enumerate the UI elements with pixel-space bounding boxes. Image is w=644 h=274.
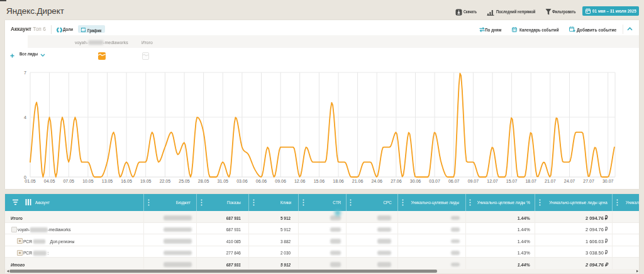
svg-text:30.07: 30.07 — [602, 179, 614, 183]
svg-text:18.06: 18.06 — [333, 179, 344, 183]
svg-text:21.07: 21.07 — [545, 179, 556, 183]
svg-text:06.06: 06.06 — [256, 179, 267, 183]
svg-text:18.07: 18.07 — [525, 179, 536, 183]
svg-text:4: 4 — [24, 115, 26, 120]
svg-text:07.05: 07.05 — [63, 179, 74, 183]
svg-text:09.07: 09.07 — [468, 179, 479, 183]
svg-text:27.07: 27.07 — [583, 179, 594, 183]
svg-text:30.06: 30.06 — [410, 179, 421, 183]
svg-text:27.06: 27.06 — [391, 179, 402, 183]
svg-text:13.05: 13.05 — [102, 179, 113, 183]
svg-text:25.05: 25.05 — [179, 179, 190, 183]
svg-text:22.05: 22.05 — [160, 179, 171, 183]
svg-text:28.05: 28.05 — [198, 179, 209, 183]
svg-text:21.06: 21.06 — [352, 179, 364, 183]
svg-text:15.06: 15.06 — [314, 179, 325, 183]
svg-text:24.07: 24.07 — [564, 179, 575, 183]
svg-text:15.07: 15.07 — [506, 179, 518, 183]
svg-text:04.05: 04.05 — [44, 179, 55, 183]
svg-text:10.05: 10.05 — [82, 179, 94, 183]
svg-text:06.07: 06.07 — [448, 179, 460, 183]
svg-text:03.06: 03.06 — [236, 179, 248, 183]
svg-text:16.05: 16.05 — [121, 179, 132, 183]
svg-text:12.07: 12.07 — [487, 179, 498, 183]
svg-text:09.06: 09.06 — [275, 179, 286, 183]
svg-text:19.05: 19.05 — [140, 179, 152, 183]
svg-text:03.07: 03.07 — [429, 179, 440, 183]
svg-text:01.05: 01.05 — [25, 179, 36, 183]
svg-text:12.06: 12.06 — [294, 179, 306, 183]
svg-text:31.05: 31.05 — [217, 179, 228, 183]
svg-text:24.06: 24.06 — [371, 179, 382, 183]
svg-text:7: 7 — [24, 71, 26, 75]
